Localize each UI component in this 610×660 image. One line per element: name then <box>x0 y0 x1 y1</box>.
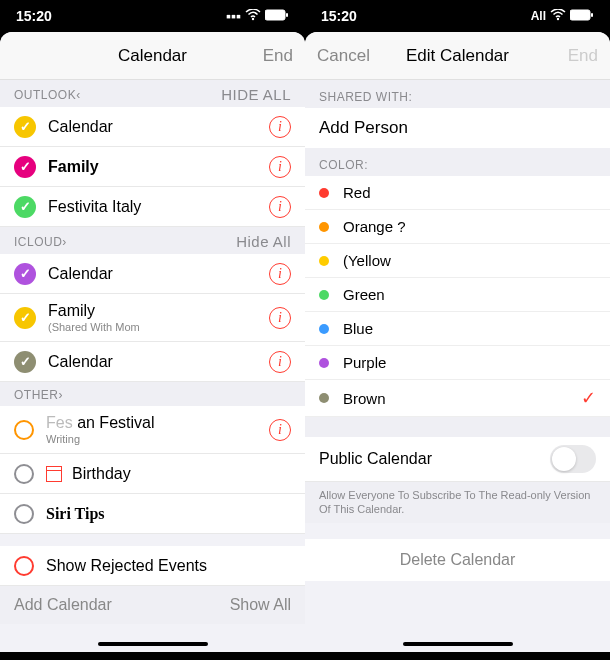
calendar-row[interactable]: Family (Shared With Mom i <box>0 294 305 342</box>
wifi-icon <box>245 8 261 24</box>
check-icon <box>14 116 36 138</box>
color-section-label: COLOR: <box>305 148 610 176</box>
calendar-row[interactable]: Calendar i <box>0 342 305 382</box>
calendar-sublabel: (Shared With Mom <box>48 321 269 333</box>
show-rejected-label: Show Rejected Events <box>46 557 291 575</box>
section-outlook: OUTLOOK‹ HIDE ALL <box>0 80 305 107</box>
checkmark-icon: ✓ <box>581 387 596 409</box>
info-icon[interactable]: i <box>269 307 291 329</box>
hide-all-outlook[interactable]: HIDE ALL <box>221 86 291 103</box>
calendar-label: Fes an Festival <box>46 414 269 432</box>
section-icloud: ICLOUD› Hide All <box>0 227 305 254</box>
color-name: Green <box>343 286 596 303</box>
color-row-orange[interactable]: Orange ? <box>305 210 610 244</box>
show-all-button[interactable]: Show All <box>230 596 291 614</box>
check-icon <box>14 196 36 218</box>
calendar-sublabel: Writing <box>46 433 269 445</box>
section-label: OUTLOOK‹ <box>14 88 81 102</box>
status-indicators: ▪▪▪ <box>226 8 289 24</box>
add-calendar-button[interactable]: Add Calendar <box>14 596 112 614</box>
color-dot-icon <box>319 290 329 300</box>
status-time: 15:20 <box>16 8 52 24</box>
section-other: OTHER› <box>0 382 305 406</box>
calendar-row[interactable]: Calendar i <box>0 107 305 147</box>
check-icon <box>14 556 34 576</box>
svg-rect-2 <box>286 13 288 17</box>
signal-icon: ▪▪▪ <box>226 8 241 24</box>
calendar-glyph-icon <box>46 466 62 482</box>
calendar-row[interactable]: Calendar i <box>0 254 305 294</box>
check-icon <box>14 420 34 440</box>
color-name: Purple <box>343 354 596 371</box>
color-dot-icon <box>319 324 329 334</box>
color-dot-icon <box>319 188 329 198</box>
color-row-purple[interactable]: Purple <box>305 346 610 380</box>
check-icon <box>14 464 34 484</box>
color-name: Red <box>343 184 596 201</box>
home-indicator <box>98 642 208 646</box>
battery-icon <box>570 8 594 24</box>
sheet-header: Calendar End <box>0 32 305 80</box>
home-indicator <box>403 642 513 646</box>
info-icon[interactable]: i <box>269 419 291 441</box>
svg-point-3 <box>557 18 559 20</box>
wifi-icon <box>550 8 566 24</box>
status-bar: 15:20 ▪▪▪ <box>0 0 305 32</box>
color-dot-icon <box>319 222 329 232</box>
color-row-green[interactable]: Green <box>305 278 610 312</box>
done-button[interactable]: End <box>568 46 598 66</box>
hide-all-icloud[interactable]: Hide All <box>236 233 291 250</box>
info-icon[interactable]: i <box>269 156 291 178</box>
calendar-label: Birthday <box>72 465 291 483</box>
calendar-sheet: Calendar End OUTLOOK‹ HIDE ALL Calendar … <box>0 32 305 652</box>
check-icon <box>14 351 36 373</box>
calendar-label: Family <box>48 302 269 320</box>
color-name: Brown <box>343 390 581 407</box>
check-icon <box>14 156 36 178</box>
calendar-label: Festivita Italy <box>48 198 269 216</box>
color-dot-icon <box>319 393 329 403</box>
calendar-row[interactable]: Family i <box>0 147 305 187</box>
color-row-blue[interactable]: Blue <box>305 312 610 346</box>
calendar-row[interactable]: Siri Tips <box>0 494 305 534</box>
add-person-input[interactable]: Add Person <box>305 108 610 148</box>
public-calendar-label: Public Calendar <box>319 450 550 468</box>
color-row-red[interactable]: Red <box>305 176 610 210</box>
svg-rect-1 <box>265 10 285 20</box>
public-calendar-toggle[interactable] <box>550 445 596 473</box>
svg-rect-4 <box>570 10 590 20</box>
page-title: Edit Calendar <box>305 46 610 66</box>
calendar-label: Family <box>48 158 269 176</box>
status-indicators: All <box>531 8 594 24</box>
edit-calendar-sheet: Cancel Edit Calendar End SHARED WITH: Ad… <box>305 32 610 652</box>
show-rejected-row[interactable]: Show Rejected Events <box>0 546 305 586</box>
color-dot-icon <box>319 256 329 266</box>
delete-calendar-button[interactable]: Delete Calendar <box>305 539 610 581</box>
calendar-row[interactable]: Fes an Festival Writing i <box>0 406 305 454</box>
phone-right: 15:20 All Cancel Edit Calendar End SHARE… <box>305 0 610 660</box>
svg-rect-5 <box>591 13 593 17</box>
status-label: All <box>531 9 546 23</box>
shared-with-label: SHARED WITH: <box>305 80 610 108</box>
info-icon[interactable]: i <box>269 263 291 285</box>
calendar-row[interactable]: Birthday <box>0 454 305 494</box>
section-label: OTHER› <box>14 388 63 402</box>
color-name: (Yellow <box>343 252 596 269</box>
done-button[interactable]: End <box>263 46 293 66</box>
svg-point-0 <box>252 18 254 20</box>
calendar-label: Calendar <box>48 118 269 136</box>
section-label: ICLOUD› <box>14 235 67 249</box>
info-icon[interactable]: i <box>269 116 291 138</box>
bottom-bar: Add Calendar Show All <box>0 586 305 624</box>
calendar-label: Calendar <box>48 353 269 371</box>
calendar-row[interactable]: Festivita Italy i <box>0 187 305 227</box>
color-name: Blue <box>343 320 596 337</box>
sheet-header: Cancel Edit Calendar End <box>305 32 610 80</box>
color-row-brown[interactable]: Brown ✓ <box>305 380 610 417</box>
calendar-label: Calendar <box>48 265 269 283</box>
info-icon[interactable]: i <box>269 196 291 218</box>
color-row-yellow[interactable]: (Yellow <box>305 244 610 278</box>
battery-icon <box>265 8 289 24</box>
info-icon[interactable]: i <box>269 351 291 373</box>
public-calendar-row[interactable]: Public Calendar <box>305 437 610 482</box>
